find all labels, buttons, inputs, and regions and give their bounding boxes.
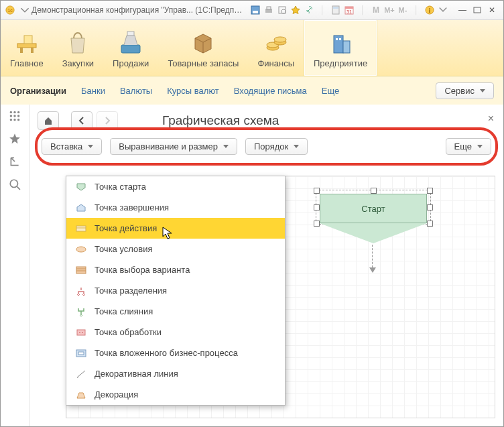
insert-button[interactable]: Вставка (42, 138, 102, 155)
desk-icon (13, 29, 40, 56)
subnav-banks[interactable]: Банки (81, 86, 105, 96)
minimize-button[interactable]: — (455, 4, 470, 16)
svg-point-25 (274, 37, 286, 42)
subnav-inbox[interactable]: Входящие письма (234, 86, 307, 96)
process-point-icon (76, 328, 86, 337)
subnav-more[interactable]: Еще (322, 86, 342, 96)
subnav-rates[interactable]: Курсы валют (167, 86, 219, 96)
schema-toolbar: Вставка Выравнивание и размер Порядок Ещ… (38, 134, 495, 159)
memory-mminus-icon[interactable]: M- (397, 5, 408, 15)
search-icon[interactable] (9, 178, 21, 190)
svg-point-30 (10, 111, 12, 113)
svg-rect-44 (76, 267, 86, 273)
calc-icon[interactable] (330, 5, 341, 15)
tab-finance[interactable]: Финансы (248, 20, 304, 76)
tab-main[interactable]: Главное (1, 20, 53, 76)
memory-mplus-icon[interactable]: M+ (384, 5, 395, 15)
subnav-organizations[interactable]: Организации (10, 86, 66, 96)
menu-merge-point[interactable]: Точка слияния (66, 301, 285, 322)
history-icon[interactable] (9, 156, 21, 168)
condition-point-icon (76, 245, 86, 254)
help-icon[interactable]: i (424, 5, 435, 15)
svg-point-31 (13, 111, 15, 113)
svg-point-49 (82, 332, 83, 333)
menu-split-point[interactable]: Точка разделения (66, 280, 285, 301)
main-tabs: Главное Закупки Продажи Товарные запасы … (1, 20, 503, 76)
titlebar: 1c Демонстрационная конфигурация "Управ.… (1, 1, 503, 20)
tab-label: Предприятие (314, 58, 367, 68)
window-title: Демонстрационная конфигурация "Управ... … (32, 5, 246, 15)
start-node[interactable]: Старт (320, 194, 427, 243)
svg-rect-3 (253, 11, 258, 13)
dropdown-icon[interactable] (19, 5, 30, 15)
svg-rect-27 (343, 41, 350, 53)
menu-condition-point[interactable]: Точка условия (66, 239, 285, 259)
divider-icon: │ (357, 5, 368, 15)
favorite-icon[interactable] (290, 5, 301, 15)
app-window: 1c Демонстрационная конфигурация "Управ.… (0, 0, 504, 427)
subnav-currencies[interactable]: Валюты (120, 86, 152, 96)
order-button[interactable]: Порядок (245, 138, 308, 155)
print-icon[interactable] (263, 5, 274, 15)
svg-point-43 (76, 247, 86, 252)
svg-point-33 (10, 115, 12, 117)
menu-start-point[interactable]: Точка старта (66, 176, 285, 197)
tab-label: Товарные запасы (168, 58, 239, 68)
tab-label: Главное (10, 58, 44, 68)
decor-line-icon (76, 369, 86, 379)
subnav: Организации Банки Валюты Курсы валют Вхо… (1, 76, 503, 105)
back-button[interactable] (71, 111, 92, 130)
save-icon[interactable] (250, 5, 261, 15)
cashregister-icon (117, 29, 144, 56)
subprocess-point-icon (76, 349, 86, 358)
start-point-icon (76, 182, 86, 192)
titlebar-tools: │ 31 │ M M+ M- │ i (250, 5, 448, 15)
tab-purchases[interactable]: Закупки (53, 20, 103, 76)
menu-action-point[interactable]: Точка действия (66, 218, 285, 239)
preview-icon[interactable] (277, 5, 288, 15)
svg-point-36 (10, 119, 12, 121)
link-icon[interactable] (304, 5, 314, 15)
memory-m-icon[interactable]: M (371, 5, 381, 15)
svg-point-37 (13, 119, 15, 121)
divider-icon: │ (317, 5, 328, 15)
star-icon[interactable] (9, 133, 21, 145)
building-icon (327, 29, 354, 56)
align-button[interactable]: Выравнивание и размер (110, 138, 237, 155)
service-button[interactable]: Сервис (436, 82, 494, 99)
svg-rect-17 (20, 48, 23, 53)
menu-variant-point[interactable]: Точка выбора варианта (66, 259, 285, 280)
svg-rect-28 (336, 38, 338, 40)
app-logo-icon: 1c (5, 5, 15, 15)
svg-text:i: i (429, 7, 431, 14)
menu-process-point[interactable]: Точка обработки (66, 322, 285, 343)
start-node-label: Старт (361, 204, 385, 214)
merge-point-icon (76, 307, 86, 316)
svg-rect-20 (121, 45, 140, 53)
help-dropdown-icon[interactable] (438, 5, 448, 15)
close-page-button[interactable]: × (488, 113, 494, 125)
svg-text:1c: 1c (7, 8, 13, 13)
svg-point-7 (281, 9, 286, 13)
svg-point-39 (10, 180, 17, 187)
home-button[interactable] (38, 111, 59, 130)
close-button[interactable]: ✕ (485, 4, 499, 16)
menu-subprocess-point[interactable]: Точка вложенного бизнес-процесса (66, 343, 285, 363)
calendar-icon[interactable]: 31 (344, 5, 355, 15)
maximize-button[interactable] (470, 4, 485, 16)
svg-rect-9 (333, 7, 338, 9)
apps-icon[interactable] (9, 110, 21, 122)
mouse-cursor-icon (162, 227, 173, 240)
menu-end-point[interactable]: Точка завершения (66, 197, 285, 218)
tab-label: Закупки (62, 58, 94, 68)
split-point-icon (76, 286, 86, 296)
tab-enterprise[interactable]: Предприятие (304, 20, 377, 76)
tab-stock[interactable]: Товарные запасы (158, 20, 248, 76)
svg-point-34 (13, 115, 15, 117)
svg-rect-26 (334, 36, 343, 53)
more-button[interactable]: Еще (446, 138, 491, 155)
menu-decoration[interactable]: Декорация (66, 384, 285, 405)
tab-sales[interactable]: Продажи (103, 20, 158, 76)
forward-button[interactable] (97, 111, 118, 130)
menu-decor-line[interactable]: Декоративная линия (66, 363, 285, 384)
